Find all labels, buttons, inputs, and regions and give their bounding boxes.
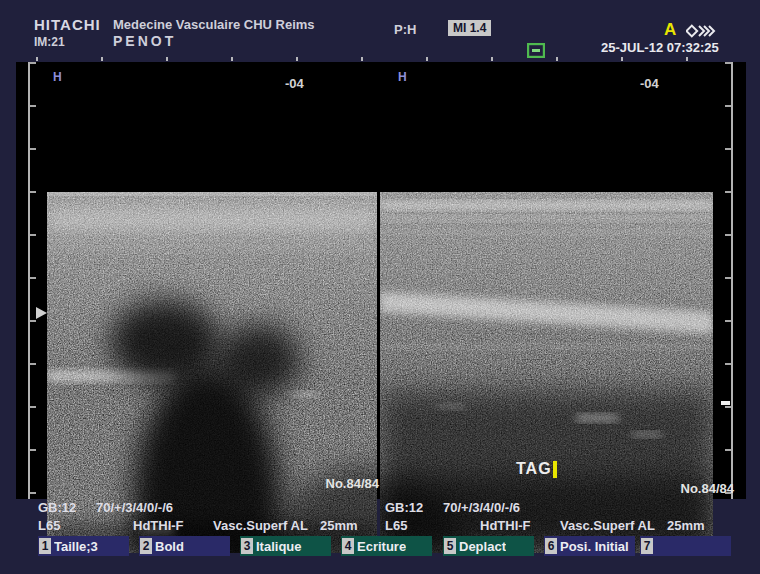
- right-gain-offset: -04: [640, 76, 659, 91]
- menu-button-bold[interactable]: 2 Bold: [139, 536, 230, 556]
- left-preset-name: Vasc.Superf AL: [213, 518, 308, 533]
- menu-button-label: Bold: [155, 539, 184, 554]
- menu-button-label: Taille;3: [54, 539, 98, 554]
- left-frame-counter: No.84/84: [289, 476, 379, 491]
- institution-name: Medecine Vasculaire CHU Reims: [113, 17, 315, 32]
- left-depth: 25mm: [320, 518, 358, 533]
- ultrasound-left-image[interactable]: [47, 192, 377, 553]
- text-cursor: [553, 461, 557, 478]
- annotation-label: TAG: [516, 460, 552, 478]
- preset-letter: A: [664, 20, 676, 40]
- right-sonogram: [380, 192, 713, 553]
- right-mode: HdTHI-F: [480, 518, 531, 533]
- menu-button-taille[interactable]: 1 Taille;3: [38, 536, 129, 556]
- top-ruler-ticks: [36, 57, 736, 61]
- menu-key-badge: 1: [39, 538, 51, 554]
- image-counter: IM:21: [34, 35, 65, 49]
- menu-button-posi-initial[interactable]: 6 Posi. Initial: [544, 536, 635, 556]
- menu-button-ecriture[interactable]: 4 Ecriture: [341, 536, 432, 556]
- right-depth: 25mm: [667, 518, 705, 533]
- right-orientation-marker: H: [398, 70, 407, 84]
- ultrasound-right-image[interactable]: [380, 192, 713, 553]
- left-mode: HdTHI-F: [133, 518, 184, 533]
- right-frame-counter: No.84/84: [644, 481, 734, 496]
- right-ruler-ticks: [725, 62, 731, 499]
- menu-button-label: Posi. Initial: [560, 539, 629, 554]
- brand-logo: HITACHI: [34, 16, 101, 33]
- left-ruler-ticks: [30, 62, 36, 499]
- left-sonogram: [47, 192, 377, 553]
- probe-indicator: P:H: [394, 22, 416, 37]
- left-orientation-marker: H: [53, 70, 62, 84]
- left-gain-value: GB:12: [38, 500, 76, 515]
- menu-button-label: Ecriture: [357, 539, 406, 554]
- menu-button-label: Deplact: [459, 539, 506, 554]
- right-image-params: 70/+/3/4/0/-/6: [443, 500, 520, 515]
- menu-key-badge: 4: [342, 538, 354, 554]
- focus-marker: [721, 401, 730, 405]
- menu-key-badge: 5: [444, 538, 456, 554]
- image-display-area: H -04 H -04: [16, 62, 746, 499]
- right-ruler: [731, 62, 733, 499]
- left-image-params: 70/+/3/4/0/-/6: [96, 500, 173, 515]
- menu-key-badge: 3: [241, 538, 253, 554]
- ultrasound-screen: HITACHI IM:21 Medecine Vasculaire CHU Re…: [0, 0, 760, 574]
- annotation-text[interactable]: TAG: [516, 460, 557, 478]
- mi-badge: MI 1.4: [448, 20, 491, 36]
- right-gain-value: GB:12: [385, 500, 423, 515]
- left-probe-name: L65: [38, 518, 60, 533]
- right-probe-name: L65: [385, 518, 407, 533]
- menu-key-badge: 2: [140, 538, 152, 554]
- datetime: 25-JUL-12 07:32:25: [601, 40, 719, 55]
- focus-depth-arrow-icon: [36, 307, 47, 319]
- menu-button-deplact[interactable]: 5 Deplact: [443, 536, 534, 556]
- menu-button-label: Italique: [256, 539, 302, 554]
- menu-button-7[interactable]: 7: [640, 536, 731, 556]
- menu-key-badge: 7: [641, 538, 653, 554]
- menu-key-badge: 6: [545, 538, 557, 554]
- left-gain-offset: -04: [285, 76, 304, 91]
- patient-name: PENOT: [113, 33, 176, 49]
- right-preset-name: Vasc.Superf AL: [560, 518, 655, 533]
- menu-button-italique[interactable]: 3 Italique: [240, 536, 331, 556]
